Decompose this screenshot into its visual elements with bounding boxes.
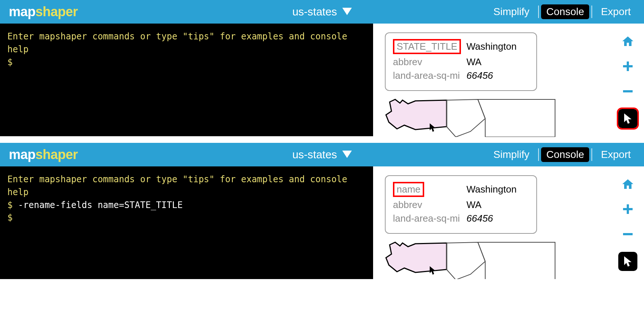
info-row: abbrev WA <box>393 56 529 68</box>
panel-after: mapshaper us-states Simplify Console Exp… <box>0 143 644 279</box>
minus-icon <box>622 86 633 97</box>
info-row: land-area-sq-mi 66456 <box>393 213 529 224</box>
map-nav <box>618 34 637 128</box>
minus-icon <box>622 229 633 240</box>
app-logo: mapshaper <box>0 4 78 20</box>
field-key: abbrev <box>393 199 466 211</box>
map-feature <box>382 96 559 138</box>
field-value: Washington <box>466 184 516 195</box>
layer-selector[interactable]: us-states <box>292 148 352 161</box>
plus-icon <box>622 61 633 72</box>
field-key: abbrev <box>393 56 466 68</box>
export-button[interactable]: Export <box>594 147 637 162</box>
layer-name: us-states <box>292 148 337 161</box>
cursor-icon <box>623 256 633 267</box>
map-feature <box>382 239 559 279</box>
chevron-down-icon <box>342 8 352 16</box>
layer-name: us-states <box>292 6 337 18</box>
field-value: Washington <box>466 41 516 52</box>
home-icon <box>622 36 634 47</box>
svg-marker-4 <box>342 151 352 158</box>
cursor-icon <box>429 123 436 133</box>
map-viewport[interactable]: name Washington abbrev WA land-area-sq-m… <box>373 166 644 279</box>
map-cursor <box>429 123 436 134</box>
console-line: $ <box>7 211 366 224</box>
zoom-out-button[interactable] <box>620 227 635 242</box>
map-nav <box>618 177 637 271</box>
body-split: Enter mapshaper commands or type "tips" … <box>0 24 644 136</box>
cursor-icon <box>623 113 633 124</box>
header-actions: Simplify Console Export <box>487 4 644 19</box>
console-button[interactable]: Console <box>541 4 589 19</box>
divider <box>538 6 539 18</box>
console-panel[interactable]: Enter mapshaper commands or type "tips" … <box>0 24 373 136</box>
field-value: 66456 <box>466 70 493 81</box>
app-header: mapshaper us-states Simplify Console Exp… <box>0 0 644 24</box>
home-icon <box>622 179 634 190</box>
layer-selector[interactable]: us-states <box>292 6 352 18</box>
info-row: abbrev WA <box>393 199 529 211</box>
home-button[interactable] <box>620 177 635 191</box>
console-prompt: $ <box>7 57 12 67</box>
svg-marker-0 <box>342 8 352 15</box>
field-key: STATE_TITLE <box>393 39 461 54</box>
pointer-tool-button[interactable] <box>618 109 637 128</box>
console-prompt: $ <box>7 200 12 210</box>
plus-icon <box>622 204 633 215</box>
pointer-tool-button[interactable] <box>618 252 637 271</box>
svg-rect-6 <box>623 208 633 210</box>
logo-text-a: map <box>9 4 36 19</box>
console-line: $ -rename-fields name=STATE_TITLE <box>7 199 366 212</box>
svg-rect-2 <box>623 65 633 67</box>
logo-text-a: map <box>9 147 36 162</box>
console-command: -rename-fields name=STATE_TITLE <box>18 200 183 210</box>
header-actions: Simplify Console Export <box>487 147 644 162</box>
logo-text-b: shaper <box>36 4 78 19</box>
feature-info-popup: name Washington abbrev WA land-area-sq-m… <box>385 175 537 234</box>
field-key: land-area-sq-mi <box>393 70 466 81</box>
chevron-down-icon <box>342 151 352 159</box>
app-logo: mapshaper <box>0 147 78 162</box>
svg-rect-3 <box>623 90 633 92</box>
console-line: $ <box>7 56 366 69</box>
feature-info-popup: STATE_TITLE Washington abbrev WA land-ar… <box>385 32 537 91</box>
simplify-button[interactable]: Simplify <box>487 4 536 19</box>
zoom-in-button[interactable] <box>620 59 635 74</box>
console-prompt: $ <box>7 212 12 223</box>
console-hint: Enter mapshaper commands or type "tips" … <box>7 30 366 56</box>
field-key: name <box>393 182 424 197</box>
map-viewport[interactable]: STATE_TITLE Washington abbrev WA land-ar… <box>373 24 644 136</box>
svg-rect-7 <box>623 233 633 235</box>
field-value: WA <box>466 199 482 211</box>
divider <box>591 6 592 18</box>
app-header: mapshaper us-states Simplify Console Exp… <box>0 143 644 166</box>
info-row: STATE_TITLE Washington <box>393 39 529 54</box>
zoom-in-button[interactable] <box>620 202 635 216</box>
console-hint: Enter mapshaper commands or type "tips" … <box>7 173 366 199</box>
cursor-icon <box>429 266 436 275</box>
simplify-button[interactable]: Simplify <box>487 147 536 162</box>
export-button[interactable]: Export <box>594 4 637 19</box>
zoom-out-button[interactable] <box>620 84 635 99</box>
field-value: WA <box>466 56 482 68</box>
info-row: name Washington <box>393 182 529 197</box>
logo-text-b: shaper <box>36 147 78 162</box>
info-row: land-area-sq-mi 66456 <box>393 70 529 81</box>
field-key: land-area-sq-mi <box>393 213 466 224</box>
divider <box>538 148 539 161</box>
divider <box>591 148 592 161</box>
field-value: 66456 <box>466 213 493 224</box>
panel-before: mapshaper us-states Simplify Console Exp… <box>0 0 644 136</box>
map-cursor <box>429 266 436 277</box>
home-button[interactable] <box>620 34 635 49</box>
console-panel[interactable]: Enter mapshaper commands or type "tips" … <box>0 166 373 279</box>
console-button[interactable]: Console <box>541 147 589 162</box>
body-split: Enter mapshaper commands or type "tips" … <box>0 166 644 279</box>
